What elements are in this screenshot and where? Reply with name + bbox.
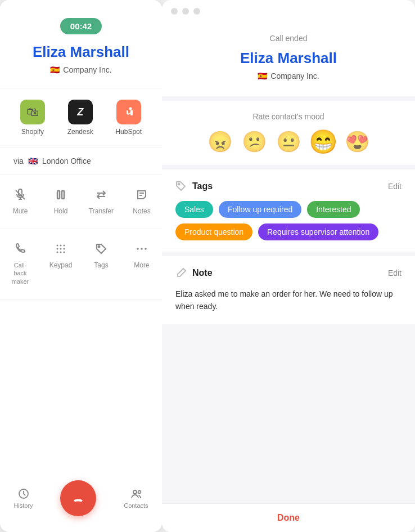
mood-neutral[interactable]: 😐 <box>276 130 301 154</box>
keypad-icon <box>55 243 67 258</box>
tags-title: Tags <box>192 181 213 191</box>
mute-label: Mute <box>13 207 28 215</box>
company-row-right: 🇪🇸 Company Inc. <box>175 71 402 81</box>
tags-title-row: Tags <box>175 181 213 192</box>
callback-icon <box>14 243 26 258</box>
transfer-icon <box>95 189 107 204</box>
hold-button[interactable]: Hold <box>40 180 81 224</box>
svg-point-22 <box>178 184 180 185</box>
svg-point-9 <box>57 248 58 250</box>
svg-point-8 <box>64 245 65 247</box>
hubspot-integration[interactable]: HubSpot <box>115 100 142 136</box>
contacts-button[interactable]: Contacts <box>124 488 148 509</box>
tags-section-icon <box>175 181 187 192</box>
tags-label: Tags <box>94 261 108 269</box>
mute-icon <box>14 189 26 204</box>
hubspot-icon <box>116 100 141 124</box>
tags-container: Sales Follow up required Interested Prod… <box>175 201 402 240</box>
controls-row1: Mute Hold Transfer <box>0 175 162 229</box>
note-title: Note <box>192 268 213 278</box>
tag-interested[interactable]: Interested <box>307 201 360 218</box>
zendesk-integration[interactable]: Z Zendesk <box>67 100 93 136</box>
call-ended-section: Call ended Eliza Marshall 🇪🇸 Company Inc… <box>162 23 415 96</box>
svg-rect-2 <box>57 191 60 199</box>
company-left: Company Inc. <box>63 65 111 74</box>
zendesk-label: Zendesk <box>67 128 93 136</box>
transfer-button[interactable]: Transfer <box>81 180 121 224</box>
flag-left: 🇪🇸 <box>50 65 60 74</box>
notes-label: Notes <box>133 207 150 215</box>
transfer-label: Transfer <box>89 207 114 215</box>
tag-product[interactable]: Product question <box>175 223 252 240</box>
contacts-icon <box>130 488 142 500</box>
timer-badge: 00:42 <box>60 18 102 34</box>
callback-label: Call-backmaker <box>12 261 29 285</box>
svg-point-16 <box>137 248 139 250</box>
office-name: London Office <box>42 157 91 166</box>
keypad-button[interactable]: Keypad <box>40 234 81 294</box>
bottom-bar: History Contacts <box>0 471 162 521</box>
tag-sales[interactable]: Sales <box>175 201 213 218</box>
company-row-left: 🇪🇸 Company Inc. <box>13 65 148 74</box>
tags-button[interactable]: Tags <box>81 234 121 294</box>
shopify-integration[interactable]: 🛍 Shopify <box>20 100 45 136</box>
more-icon <box>136 243 148 258</box>
svg-point-6 <box>57 245 58 247</box>
tags-edit-button[interactable]: Edit <box>388 182 402 191</box>
note-header: Note Edit <box>175 267 402 279</box>
mood-emojis: 😠 😕 😐 😁 😍 <box>175 130 402 154</box>
svg-point-20 <box>133 490 137 494</box>
mood-love[interactable]: 😍 <box>345 130 370 154</box>
more-label: More <box>134 261 149 269</box>
mood-sad[interactable]: 😕 <box>242 130 267 154</box>
mood-angry[interactable]: 😠 <box>208 130 233 154</box>
svg-rect-3 <box>62 191 64 199</box>
mood-label: Rate contact's mood <box>175 112 402 121</box>
call-ended-label: Call ended <box>175 34 402 43</box>
right-panel: Call ended Eliza Marshall 🇪🇸 Company Inc… <box>162 0 415 532</box>
hubspot-label: HubSpot <box>115 128 142 136</box>
note-edit-button[interactable]: Edit <box>388 269 402 278</box>
mood-section: Rate contact's mood 😠 😕 😐 😁 😍 <box>162 101 415 165</box>
mute-button[interactable]: Mute <box>0 180 40 224</box>
hold-icon <box>55 189 67 204</box>
flag-right: 🇪🇸 <box>258 71 267 81</box>
left-panel: 00:42 Eliza Marshall 🇪🇸 Company Inc. 🛍 S… <box>0 0 162 532</box>
svg-point-0 <box>129 108 132 110</box>
controls-row2: Call-backmaker Keypad <box>0 229 162 299</box>
history-label: History <box>13 502 33 509</box>
end-call-button[interactable] <box>60 480 96 516</box>
history-icon <box>17 488 30 500</box>
svg-point-14 <box>64 252 65 253</box>
note-icon <box>175 267 187 279</box>
tag-followup[interactable]: Follow up required <box>219 201 301 218</box>
callback-button[interactable]: Call-backmaker <box>0 234 40 294</box>
done-bar: Done <box>162 503 415 532</box>
window-dot-3 <box>193 8 200 15</box>
note-text: Eliza asked me to make an order for her.… <box>175 288 402 313</box>
history-button[interactable]: History <box>13 488 33 509</box>
svg-point-12 <box>57 252 58 253</box>
tags-header: Tags Edit <box>175 181 402 192</box>
window-dot-2 <box>182 8 189 15</box>
window-chrome <box>162 0 415 23</box>
via-label: via <box>13 157 24 166</box>
zendesk-icon: Z <box>68 100 93 124</box>
more-button[interactable]: More <box>121 234 162 294</box>
svg-point-21 <box>138 491 141 494</box>
done-button[interactable]: Done <box>277 513 300 522</box>
window-dot-1 <box>171 8 178 15</box>
shopify-label: Shopify <box>21 128 44 136</box>
svg-point-11 <box>64 248 65 250</box>
note-title-row: Note <box>175 267 213 279</box>
left-top-section: 00:42 Eliza Marshall 🇪🇸 Company Inc. <box>0 0 162 88</box>
tags-icon <box>95 243 107 258</box>
mood-happy[interactable]: 😁 <box>308 128 337 155</box>
notes-button[interactable]: Notes <box>121 180 162 224</box>
caller-name-right: Eliza Marshall <box>175 50 402 67</box>
note-section: Note Edit Eliza asked me to make an orde… <box>162 256 415 324</box>
tag-supervisor[interactable]: Requires supervisor attention <box>258 223 378 240</box>
tags-section: Tags Edit Sales Follow up required Inter… <box>162 169 415 252</box>
company-right: Company Inc. <box>270 71 319 81</box>
contacts-label: Contacts <box>124 502 148 509</box>
